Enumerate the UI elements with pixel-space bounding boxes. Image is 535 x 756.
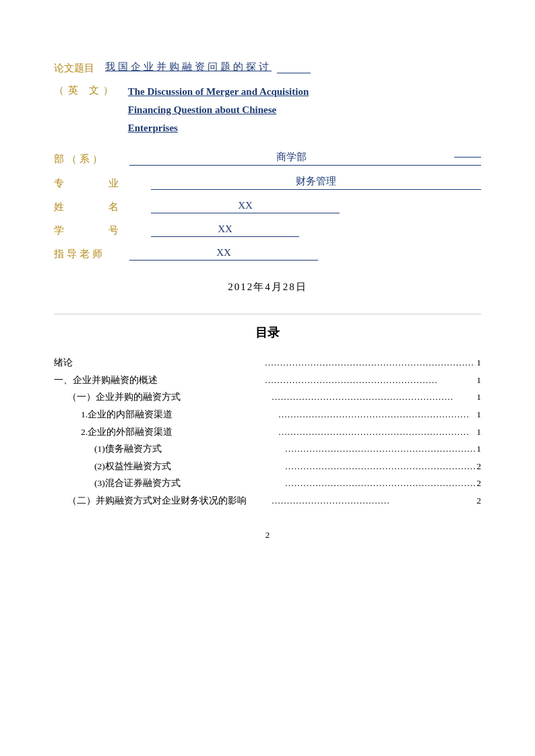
page-number: 2 xyxy=(54,530,481,541)
title-content: 我国企业并购融资问题的探讨 xyxy=(105,61,481,73)
dept-value: 商学部 xyxy=(129,151,453,164)
toc-item-dots: …………………………………………………………… xyxy=(284,440,476,458)
major-value: 财务管理 xyxy=(151,175,481,190)
date-text: 2012年4月28日 xyxy=(228,281,307,292)
toc-item-page: 1 xyxy=(476,406,481,423)
toc-item-page: 2 xyxy=(476,475,481,492)
toc-item-page: 1 xyxy=(476,440,481,458)
toc-item-text: （一）企业并购的融资方式 xyxy=(54,388,270,406)
toc-item-dots: ………………………………………………………… xyxy=(284,458,476,475)
info-section: 部（系） 商学部 专 业 财务管理 姓 名 XX xyxy=(54,151,481,261)
toc-item: 1.企业的内部融资渠道 ……………………………………………………… 1 xyxy=(54,406,481,423)
section-divider xyxy=(54,314,481,314)
label-name: 姓 名 xyxy=(54,199,127,213)
toc-item-page: 2 xyxy=(476,458,481,475)
title-en-line2: Financing Question about Chinese xyxy=(128,104,276,115)
toc-item-text: (1)债务融资方式 xyxy=(54,440,284,458)
toc-item-page: 1 xyxy=(476,388,481,406)
toc-item-page: 1 xyxy=(476,354,481,372)
toc-content: 绪论 ……………………………………………………………………………… 1 一、企业… xyxy=(54,354,481,510)
name-row: 姓 名 XX xyxy=(54,199,481,213)
toc-item-dots: ……………………………………………………………………………… xyxy=(263,354,476,372)
toc-item: 2.企业的外部融资渠道 ……………………………………………………… 1 xyxy=(54,423,481,441)
toc-item-text: 绪论 xyxy=(54,354,263,372)
toc-item-dots: ………………………………………………… xyxy=(263,372,476,389)
toc-item: （一）企业并购的融资方式 …………………………………………………… 1 xyxy=(54,388,481,406)
toc-item: (2)权益性融资方式 ………………………………………………………… 2 xyxy=(54,458,481,475)
id-value-wrapper: XX xyxy=(144,224,481,237)
label-advisor: 指导老师 xyxy=(54,246,105,261)
toc-item-dots: ……………………………………………………… xyxy=(277,423,476,441)
toc-item-page: 2 xyxy=(476,492,481,510)
toc-item-text: 1.企业的内部融资渠道 xyxy=(54,406,277,423)
toc-item: (1)债务融资方式 …………………………………………………………… 1 xyxy=(54,440,481,458)
advisor-row: 指导老师 XX xyxy=(54,246,481,261)
major-row: 专 业 财务管理 xyxy=(54,175,481,190)
dept-value-wrapper: 商学部 xyxy=(123,151,481,166)
advisor-value: XX xyxy=(129,247,318,261)
advisor-value-wrapper: XX xyxy=(123,247,481,261)
toc-item-text: (2)权益性融资方式 xyxy=(54,458,284,475)
cover-section: 论文题目 我国企业并购融资问题的探讨 （英 文） The Discussion … xyxy=(54,61,481,294)
page: 论文题目 我国企业并购融资问题的探讨 （英 文） The Discussion … xyxy=(0,0,535,756)
toc-item: （二）并购融资方式对企业财务状况的影响 ………………………………… 2 xyxy=(54,492,481,510)
title-cn: 我国企业并购融资问题的探讨 xyxy=(105,61,272,72)
dept-row: 部（系） 商学部 xyxy=(54,151,481,166)
label-title: 论文题目 xyxy=(54,61,94,75)
dept-ext xyxy=(454,157,481,158)
label-english: （英 文） xyxy=(54,83,117,97)
toc-item-dots: ……………………………………………………… xyxy=(277,406,476,423)
major-value-wrapper: 财务管理 xyxy=(144,175,481,190)
toc-item-text: (3)混合证券融资方式 xyxy=(54,475,284,492)
date-row: 2012年4月28日 xyxy=(54,281,481,294)
toc-item-dots: …………………………………………………… xyxy=(270,388,476,406)
title-underline-ext xyxy=(277,73,311,73)
toc-section: 目录 绪论 ……………………………………………………………………………… 1 一… xyxy=(54,324,481,510)
toc-item-dots: ……………………………………………………… xyxy=(284,475,476,492)
title-en: The Discussion of Merger and Acquisition… xyxy=(128,83,309,137)
dept-value-container: 商学部 xyxy=(129,151,481,166)
toc-item-page: 1 xyxy=(476,423,481,441)
toc-item: 一、企业并购融资的概述 ………………………………………………… 1 xyxy=(54,372,481,389)
title-en-line3: Enterprises xyxy=(128,123,178,133)
toc-item-dots: ………………………………… xyxy=(270,492,476,510)
english-row: （英 文） The Discussion of Merger and Acqui… xyxy=(54,83,481,137)
name-value: XX xyxy=(151,200,340,213)
title-en-line1: The Discussion of Merger and Acquisition xyxy=(128,86,309,97)
label-major: 专 业 xyxy=(54,176,127,190)
label-dept: 部（系） xyxy=(54,151,105,166)
toc-title: 目录 xyxy=(54,324,481,341)
title-row: 论文题目 我国企业并购融资问题的探讨 xyxy=(54,61,481,75)
toc-item-text: 一、企业并购融资的概述 xyxy=(54,372,263,389)
toc-item-text: 2.企业的外部融资渠道 xyxy=(54,423,277,441)
toc-item: (3)混合证券融资方式 ……………………………………………………… 2 xyxy=(54,475,481,492)
id-value: XX xyxy=(151,224,299,237)
id-row: 学 号 XX xyxy=(54,223,481,237)
toc-item-text: （二）并购融资方式对企业财务状况的影响 xyxy=(54,492,270,510)
name-value-wrapper: XX xyxy=(144,200,481,213)
toc-item-page: 1 xyxy=(476,372,481,389)
toc-item: 绪论 ……………………………………………………………………………… 1 xyxy=(54,354,481,372)
label-id: 学 号 xyxy=(54,223,127,237)
